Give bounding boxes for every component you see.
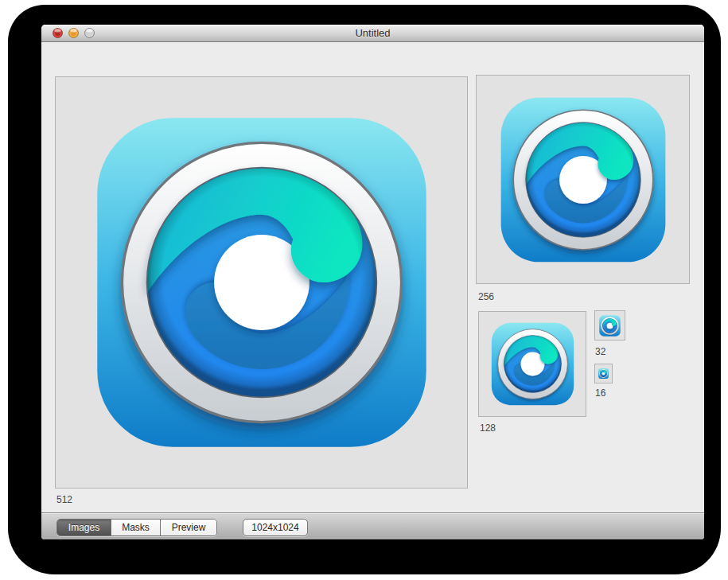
canvas-size-button[interactable]: 1024x1024 [243,519,308,536]
desktop-background: Untitled [0,0,728,580]
app-icon-swirl-256 [500,96,667,263]
preview-well-512[interactable] [55,76,468,489]
size-label-256: 256 [478,291,494,302]
tab-preview[interactable]: Preview [160,520,216,535]
app-icon-swirl-16 [598,368,609,379]
preview-well-16[interactable] [594,364,613,383]
window-title: Untitled [41,25,704,42]
app-window: Untitled [41,25,704,539]
close-button[interactable] [53,28,63,38]
content-area: 512 256 128 32 16 [41,43,704,512]
close-button-glare [55,29,61,32]
size-label-512: 512 [56,494,72,505]
app-icon-swirl-512 [95,115,429,450]
tab-images[interactable]: Images [57,520,111,535]
view-mode-segmented-control: Images Masks Preview [56,519,217,536]
app-icon-swirl-32 [599,315,621,337]
minimize-button[interactable] [68,28,79,38]
preview-well-32[interactable] [594,310,625,341]
size-label-16: 16 [595,387,605,399]
window-shadow: Untitled [8,5,721,574]
zoom-button-disabled [84,28,95,38]
size-label-32: 32 [595,346,605,357]
window-titlebar[interactable]: Untitled [41,25,704,42]
zoom-button-glare [87,29,93,32]
minimize-button-glare [71,29,77,32]
tab-masks[interactable]: Masks [111,520,160,535]
preview-well-256[interactable] [476,75,690,284]
window-controls [53,28,95,38]
app-icon-swirl-128 [491,322,574,406]
preview-well-128[interactable] [478,311,586,417]
bottom-toolbar: Images Masks Preview 1024x1024 [41,512,704,539]
size-label-128: 128 [480,422,496,434]
